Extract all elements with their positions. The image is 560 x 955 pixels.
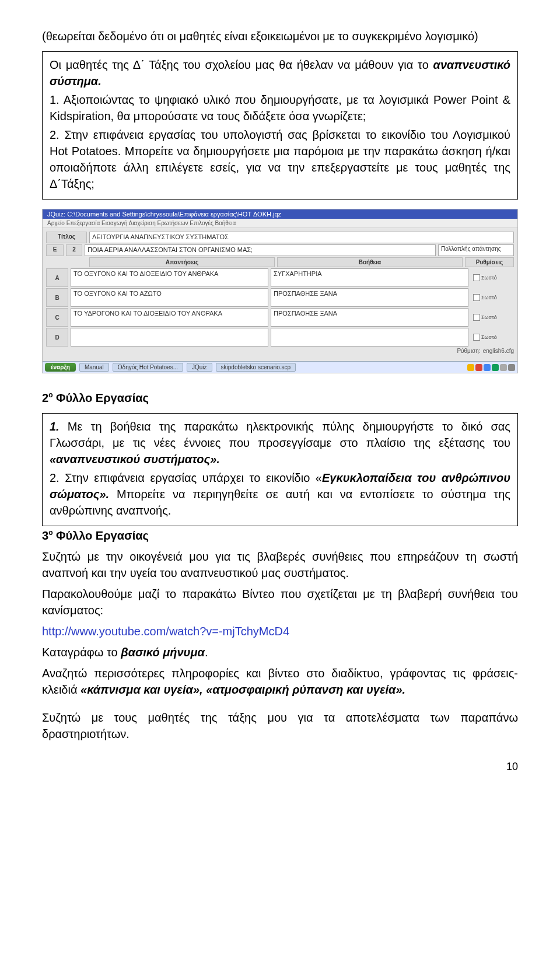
tray-icons — [467, 364, 515, 371]
sec3-p2: Παρακολουθούμε μαζί το παρακάτω Βίντεο π… — [42, 586, 518, 618]
row-help[interactable]: ΠΡΟΣΠΑΘΗΣΕ ΞΑΝΑ — [271, 308, 468, 327]
box1-item2: 2. Στην επιφάνεια εργασίας του υπολογιστ… — [50, 127, 510, 192]
row-ans[interactable]: ΤΟ ΥΔΡΟΓΟΝΟ ΚΑΙ ΤΟ ΔΙΟΞΕΙΔΙΟ ΤΟΥ ΑΝΘΡΑΚΑ — [71, 308, 268, 327]
b2-i2c: Μπορείτε να περιηγηθείτε σε αυτή και να … — [50, 488, 510, 517]
taskbar-item[interactable]: Οδηγός Hot Potatoes... — [113, 363, 183, 372]
sec3-p3: Καταγράφω το βασικό μήνυμα. — [42, 644, 518, 660]
checkbox-icon[interactable] — [473, 334, 480, 341]
lbl-title: Τίτλος — [46, 232, 87, 243]
row-key: D — [46, 328, 68, 347]
checkbox-icon[interactable] — [473, 274, 480, 281]
row-correct[interactable]: Σωστό — [471, 288, 514, 307]
taskbar-item[interactable]: skipdobletsko scenario.scp — [216, 363, 296, 372]
section2-heading: 2ο Φύλλο Εργασίας — [42, 390, 518, 406]
hotpotatoes-screenshot: JQuiz: C:\Documents and Settings\chrysso… — [42, 209, 518, 373]
hdr-settings: Ρυθμίσεις — [465, 257, 514, 267]
section3-heading: 3ο Φύλλο Εργασίας — [42, 527, 518, 544]
taskbar-item[interactable]: Manual — [79, 363, 109, 372]
box-2: 1. Με τη βοήθεια της παρακάτω ηλεκτρονικ… — [42, 413, 518, 526]
dd-type[interactable]: Πολλαπλής απάντησης — [438, 244, 514, 256]
row-key: C — [46, 308, 68, 327]
row-correct[interactable]: Σωστό — [471, 308, 514, 327]
b2-i1c: «αναπνευστικού συστήματος». — [50, 453, 220, 466]
lbl-e: Ε — [46, 244, 64, 256]
tray-icon[interactable] — [475, 364, 482, 371]
lbl-config: Ρύθμιση: — [457, 348, 480, 354]
lbl-num[interactable]: 2 — [66, 244, 82, 256]
h3-pre: 3 — [42, 529, 48, 542]
p3c: . — [205, 646, 208, 659]
box2-item2: 2. Στην επιφάνεια εργασίας υπάρχει το ει… — [50, 470, 510, 519]
p3a: Καταγράφω το — [42, 646, 121, 659]
b2-i1a: 1. — [50, 420, 60, 433]
tray-icon[interactable] — [467, 364, 474, 371]
row-help[interactable]: ΠΡΟΣΠΑΘΗΣΕ ΞΑΝΑ — [271, 288, 468, 307]
shot-body: Τίτλος ΛΕΙΤΟΥΡΓΙΑ ΑΝΑΠΝΕΥΣΤΙΚΟΥ ΣΥΣΤΗΜΑΤ… — [43, 228, 517, 361]
row-key: B — [46, 288, 68, 307]
lbl-correct: Σωστό — [481, 314, 497, 320]
p3b: βασικό μήνυμα — [121, 646, 205, 659]
shot-titlebar: JQuiz: C:\Documents and Settings\chrysso… — [43, 209, 517, 219]
intro-note: (θεωρείται δεδομένο ότι οι μαθητές είναι… — [42, 28, 518, 44]
tray-icon[interactable] — [508, 364, 515, 371]
tray-icon[interactable] — [484, 364, 491, 371]
tray-icon[interactable] — [500, 364, 507, 371]
row-correct[interactable]: Σωστό — [471, 268, 514, 287]
checkbox-icon[interactable] — [473, 294, 480, 301]
lbl-correct: Σωστό — [481, 275, 497, 281]
p4b: «κάπνισμα και υγεία», «ατμοσφαιρική ρύπα… — [80, 683, 405, 696]
sec3-link[interactable]: http://www.youtube.com/watch?v=-mjTchyMc… — [42, 623, 518, 639]
tray-icon[interactable] — [492, 364, 499, 371]
lbl-correct: Σωστό — [481, 334, 497, 340]
b2-i1b: Με τη βοήθεια της παρακάτω ηλεκτρονικής … — [50, 420, 510, 449]
youtube-link[interactable]: http://www.youtube.com/watch?v=-mjTchyMc… — [42, 625, 289, 638]
sec3-p5: Συζητώ με τους μαθητές της τάξης μου για… — [42, 709, 518, 742]
lbl-correct: Σωστό — [481, 295, 497, 300]
hdr-help: Βοήθεια — [277, 257, 463, 267]
box-1: Οι μαθητές της Δ΄ Τάξης του σχολείου μας… — [42, 51, 518, 200]
row-help[interactable] — [271, 328, 468, 347]
sec3-p1: Συζητώ με την οικογένειά μου για τις βλα… — [42, 548, 518, 581]
taskbar-item[interactable]: JQuiz — [187, 363, 212, 372]
taskbar: έναρξη Manual Οδηγός Hot Potatoes... JQu… — [43, 361, 517, 373]
b2-i2a: 2. Στην επιφάνεια εργασίας υπάρχει το ει… — [50, 471, 322, 484]
h2-txt: Φύλλο Εργασίας — [52, 391, 148, 404]
box1-line: Οι μαθητές της Δ΄ Τάξης του σχολείου μας… — [50, 57, 510, 89]
row-ans[interactable] — [71, 328, 268, 347]
box1-item1: 1. Αξιοποιώντας το ψηφιακό υλικό που δημ… — [50, 92, 510, 124]
box1-line1a: Οι μαθητές της Δ΄ Τάξης του σχολείου μας… — [50, 58, 433, 71]
start-button[interactable]: έναρξη — [45, 363, 76, 372]
row-help[interactable]: ΣΥΓΧΑΡΗΤΗΡΙΑ — [271, 268, 468, 287]
hdr-answers: Απαντήσεις — [89, 257, 275, 267]
fld-title[interactable]: ΛΕΙΤΟΥΡΓΙΑ ΑΝΑΠΝΕΥΣΤΙΚΟΥ ΣΥΣΤΗΜΑΤΟΣ — [89, 232, 514, 243]
fld-question[interactable]: ΠΟΙΑ ΑΕΡΙΑ ΑΝΑΛΛΑΣΣΟΝΤΑΙ ΣΤΟΝ ΟΡΓΑΝΙΣΜΟ … — [85, 244, 436, 256]
box2-item1: 1. Με τη βοήθεια της παρακάτω ηλεκτρονικ… — [50, 418, 510, 467]
h3-txt: Φύλλο Εργασίας — [52, 529, 148, 542]
row-ans[interactable]: ΤΟ ΟΞΥΓΟΝΟ ΚΑΙ ΤΟ ΑΖΩΤΟ — [71, 288, 268, 307]
shot-menubar: Αρχείο Επεξεργασία Εισαγωγή Διαχείριση Ε… — [43, 219, 517, 228]
row-ans[interactable]: ΤΟ ΟΞΥΓΟΝΟ ΚΑΙ ΤΟ ΔΙΟΞΕΙΔΙΟ ΤΟΥ ΑΝΘΡΑΚΑ — [71, 268, 268, 287]
row-correct[interactable]: Σωστό — [471, 328, 514, 347]
row-key: A — [46, 268, 68, 287]
page-number: 10 — [42, 747, 518, 775]
checkbox-icon[interactable] — [473, 314, 480, 321]
sec3-p4: Αναζητώ περισσότερες πληροφορίες και βίν… — [42, 665, 518, 698]
val-config: english6.cfg — [483, 348, 514, 354]
h2-pre: 2 — [42, 391, 48, 404]
